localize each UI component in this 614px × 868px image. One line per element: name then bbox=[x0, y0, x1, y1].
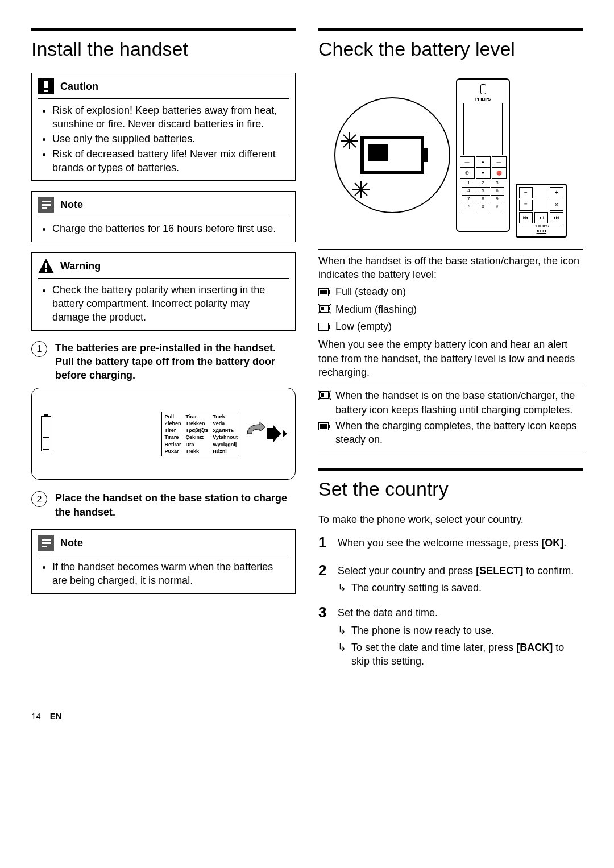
sparkle-icon bbox=[341, 132, 358, 149]
warning-header: Warning bbox=[32, 253, 295, 278]
pull-word: Vytáhnout bbox=[213, 434, 238, 441]
xhd-label: XHD bbox=[519, 229, 563, 235]
page-footer: 14 EN bbox=[31, 711, 583, 722]
key: 7 bbox=[462, 196, 476, 203]
key: 8 bbox=[476, 196, 490, 203]
caution-item: Risk of explosion! Keep batteries away f… bbox=[52, 103, 285, 131]
step-number-2: 2 bbox=[31, 491, 47, 507]
svg-rect-45 bbox=[320, 424, 327, 429]
step-result: ↳ The phone is now ready to use. bbox=[338, 624, 583, 637]
country-step-1: 1 When you see the welcome message, pres… bbox=[318, 533, 583, 553]
base-station-illustration: −+ ≡× ⏮⏯⏭ PHILIPS XHD bbox=[516, 184, 567, 238]
battery-charging-line: When the handset is on the base station/… bbox=[318, 389, 583, 417]
battery-intro-text: When the handset is off the base station… bbox=[318, 254, 583, 282]
country-step-3: 3 Set the date and time. ↳ The phone is … bbox=[318, 603, 583, 668]
note-icon bbox=[38, 534, 55, 551]
battery-medium-icon bbox=[318, 304, 332, 317]
battery-low-text: Low (empty) bbox=[335, 319, 392, 333]
note-box-2: Note If the handset becomes warm when th… bbox=[31, 529, 296, 594]
divider bbox=[318, 249, 583, 250]
brand-label: PHILIPS bbox=[519, 223, 563, 229]
base-button: × bbox=[550, 200, 563, 211]
result-arrow-icon: ↳ bbox=[338, 581, 351, 595]
svg-rect-30 bbox=[329, 307, 330, 310]
battery-full-text: Full (steady on) bbox=[335, 285, 406, 298]
pull-arrow-icon bbox=[246, 422, 289, 445]
speaker-icon bbox=[480, 84, 486, 94]
pull-word: Vedä bbox=[213, 420, 238, 427]
battery-low-line: Low (empty) bbox=[318, 319, 583, 334]
step-2: 2 Place the handset on the base station … bbox=[31, 491, 296, 519]
step-number: 2 bbox=[318, 560, 338, 595]
pull-word: Húzni bbox=[213, 448, 238, 455]
nav-button: ▼ bbox=[476, 168, 491, 179]
pull-words-grid: Pull Tirar Træk Ziehen Trekken Vedä Tire… bbox=[161, 412, 240, 456]
select-key-label: [SELECT] bbox=[476, 565, 523, 576]
svg-rect-35 bbox=[318, 323, 329, 331]
nav-button: ▲ bbox=[476, 156, 491, 168]
key: 4 bbox=[462, 188, 476, 196]
battery-bubble-icon bbox=[334, 97, 450, 213]
note-list: Charge the batteries for 16 hours before… bbox=[42, 222, 285, 235]
svg-rect-15 bbox=[42, 542, 51, 544]
pull-word: Dra bbox=[185, 441, 208, 448]
key: * bbox=[462, 204, 476, 211]
pull-word: Trekken bbox=[185, 420, 208, 427]
key: 2 bbox=[476, 180, 490, 188]
caution-item: Risk of decreased battery life! Never mi… bbox=[52, 147, 285, 175]
step-content: When you see the welcome message, press … bbox=[338, 533, 583, 553]
battery-done-text: When the charging completes, the battery… bbox=[335, 419, 583, 447]
result-arrow-icon: ↳ bbox=[338, 624, 351, 637]
battery-full-icon bbox=[318, 286, 332, 300]
pull-word: Tirar bbox=[185, 413, 208, 420]
pull-word: Çekiniz bbox=[185, 434, 208, 441]
battery-shape-icon bbox=[41, 416, 51, 451]
base-button: ⏮ bbox=[519, 212, 533, 223]
pull-word: Træk bbox=[213, 413, 238, 420]
battery-done-line: When the charging completes, the battery… bbox=[318, 419, 583, 447]
step-result: ↳ The country setting is saved. bbox=[338, 581, 583, 595]
back-key-label: [BACK] bbox=[516, 642, 553, 653]
base-button: ⏭ bbox=[550, 212, 563, 223]
note-icon bbox=[38, 196, 55, 213]
divider bbox=[318, 384, 583, 384]
page-content: Install the handset Caution Risk of expl… bbox=[31, 28, 583, 676]
nav-button: ✆ bbox=[460, 168, 475, 179]
step-1-text: The batteries are pre-installed in the h… bbox=[55, 341, 296, 383]
nav-button: — bbox=[460, 156, 475, 168]
result-arrow-icon: ↳ bbox=[338, 641, 351, 668]
caution-icon bbox=[38, 78, 55, 95]
step-number: 3 bbox=[318, 603, 338, 668]
right-column: Check the battery level PHILIPS — ▲ — ✆ … bbox=[318, 28, 583, 676]
svg-rect-9 bbox=[45, 269, 47, 272]
key: 3 bbox=[491, 180, 504, 188]
country-intro: To make the phone work, select your coun… bbox=[318, 513, 583, 526]
divider bbox=[318, 451, 583, 451]
battery-low-desc: When you see the empty battery icon and … bbox=[318, 338, 583, 379]
note-list-2: If the handset becomes warm when the bat… bbox=[42, 560, 285, 588]
battery-charging-icon bbox=[318, 390, 332, 404]
base-button: + bbox=[550, 187, 563, 198]
battery-medium-text: Medium (flashing) bbox=[335, 302, 417, 316]
key: 9 bbox=[491, 196, 504, 203]
step-number: 1 bbox=[318, 533, 338, 553]
divider bbox=[38, 555, 289, 555]
note-label: Note bbox=[60, 198, 83, 211]
divider bbox=[38, 98, 289, 99]
svg-rect-26 bbox=[320, 290, 327, 294]
warning-item: Check the battery polarity when insertin… bbox=[52, 283, 285, 325]
warning-box: Warning Check the battery polarity when … bbox=[31, 252, 296, 331]
key: 6 bbox=[491, 188, 504, 196]
svg-marker-12 bbox=[283, 430, 287, 438]
nav-button: ⛔ bbox=[492, 168, 507, 179]
svg-rect-2 bbox=[44, 90, 48, 92]
screen-icon bbox=[463, 103, 502, 155]
pull-word: Tirare bbox=[164, 434, 181, 441]
battery-large-icon bbox=[360, 136, 424, 174]
language-code: EN bbox=[50, 711, 62, 721]
caution-list: Risk of explosion! Keep batteries away f… bbox=[42, 103, 285, 175]
battery-low-icon bbox=[318, 321, 332, 334]
svg-rect-6 bbox=[42, 207, 47, 209]
step-2-text: Place the handset on the base station to… bbox=[55, 491, 296, 519]
pull-word: Tirer bbox=[164, 427, 181, 434]
